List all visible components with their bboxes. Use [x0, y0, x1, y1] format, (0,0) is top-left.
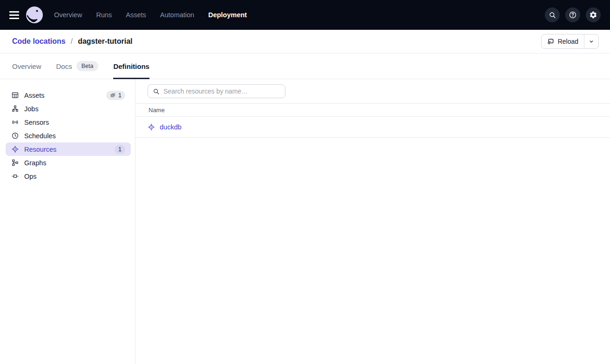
sidebar-item-jobs[interactable]: Jobs	[6, 102, 131, 115]
reload-button-label: Reload	[558, 38, 578, 45]
tab-overview[interactable]: Overview	[12, 54, 41, 79]
breadcrumb: Code locations / dagster-tutorial	[12, 37, 132, 46]
sidebar-item-label: Ops	[24, 173, 37, 180]
reload-button[interactable]: Reload	[542, 34, 584, 48]
tab-definitions[interactable]: Definitions	[113, 54, 149, 79]
search-icon	[549, 11, 556, 19]
sidebar-item-label: Resources	[24, 146, 56, 153]
schedules-icon	[11, 132, 19, 140]
nav-item-assets[interactable]: Assets	[126, 11, 146, 19]
assets-icon	[11, 91, 19, 99]
sensors-icon	[11, 118, 19, 126]
help-button[interactable]	[565, 7, 580, 22]
sidebar-item-assets[interactable]: Assets 1	[6, 88, 131, 102]
sidebar-item-schedules[interactable]: Schedules	[6, 129, 131, 142]
nav-item-overview[interactable]: Overview	[54, 11, 82, 19]
table-header-name: Name	[136, 103, 610, 117]
resource-icon	[148, 123, 155, 131]
reload-dropdown-button[interactable]	[584, 34, 598, 48]
resources-icon	[11, 145, 19, 153]
sidebar-item-ops[interactable]: Ops	[6, 169, 131, 183]
resources-main-panel: Name duckdb	[136, 79, 610, 364]
dagster-logo[interactable]	[26, 7, 43, 23]
sidebar-item-label: Schedules	[24, 132, 56, 140]
settings-button[interactable]	[586, 7, 601, 22]
search-resources-input[interactable]	[163, 88, 280, 95]
sidebar-item-graphs[interactable]: Graphs	[6, 156, 131, 169]
nav-item-runs[interactable]: Runs	[96, 11, 112, 19]
tab-overview-label: Overview	[12, 62, 41, 70]
sidebar-item-label: Graphs	[24, 159, 47, 167]
beta-badge: Beta	[76, 61, 99, 71]
tab-docs[interactable]: Docs Beta	[56, 54, 99, 79]
search-icon	[153, 88, 160, 95]
sidebar-item-label: Assets	[24, 92, 45, 99]
chevron-down-icon	[588, 38, 595, 45]
ops-icon	[11, 172, 19, 180]
topbar-actions	[545, 7, 601, 22]
sidebar-item-label: Jobs	[24, 105, 39, 113]
stacked-tables-icon	[110, 92, 116, 98]
definitions-sidebar: Assets 1 Jobs	[0, 79, 136, 364]
breadcrumb-code-locations-link[interactable]: Code locations	[12, 37, 66, 46]
primary-nav: Overview Runs Assets Automation Deployme…	[54, 11, 247, 19]
sidebar-item-resources[interactable]: Resources 1	[6, 142, 131, 156]
hamburger-menu-button[interactable]	[9, 8, 22, 21]
content-layout: Assets 1 Jobs	[0, 79, 610, 364]
tab-docs-label: Docs	[56, 62, 72, 70]
jobs-icon	[11, 105, 19, 113]
search-button[interactable]	[545, 7, 560, 22]
hamburger-icon	[9, 18, 19, 19]
gear-icon	[589, 11, 597, 19]
breadcrumb-separator: /	[71, 37, 73, 46]
resource-row-duckdb[interactable]: duckdb	[136, 117, 610, 138]
resources-count-badge: 1	[115, 145, 125, 154]
hamburger-icon	[9, 14, 19, 16]
reload-code-location-icon	[547, 38, 555, 45]
reload-split-button: Reload	[541, 34, 599, 49]
badge-count: 1	[118, 146, 122, 153]
page-header: Code locations / dagster-tutorial Reload	[0, 30, 610, 54]
help-icon	[569, 11, 577, 19]
resource-link-duckdb[interactable]: duckdb	[160, 123, 182, 131]
top-navigation-bar: Overview Runs Assets Automation Deployme…	[0, 0, 610, 30]
tab-definitions-label: Definitions	[113, 62, 149, 70]
nav-item-deployment[interactable]: Deployment	[208, 11, 247, 19]
resource-search-box	[148, 84, 285, 98]
dagster-logo-icon	[26, 7, 43, 23]
sidebar-item-sensors[interactable]: Sensors	[6, 115, 131, 129]
tab-bar: Overview Docs Beta Definitions	[0, 54, 610, 79]
breadcrumb-current-location: dagster-tutorial	[78, 37, 132, 46]
assets-count-badge: 1	[106, 91, 125, 100]
sidebar-item-label: Sensors	[24, 119, 49, 126]
name-column-header: Name	[149, 107, 165, 114]
search-row	[136, 79, 610, 103]
badge-count: 1	[118, 92, 122, 99]
nav-item-automation[interactable]: Automation	[160, 11, 194, 19]
graphs-icon	[11, 159, 19, 167]
hamburger-icon	[9, 11, 19, 13]
